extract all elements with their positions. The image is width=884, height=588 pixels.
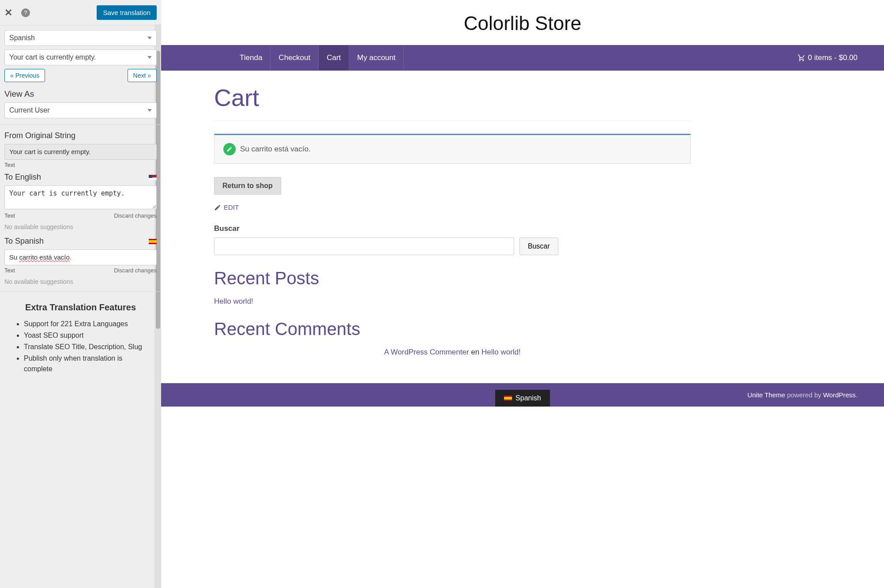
from-original-label-text: From Original String bbox=[4, 131, 75, 140]
cart-icon bbox=[797, 54, 805, 62]
string-nav-row: « Previous Next » bbox=[4, 69, 157, 82]
language-switcher-label: Spanish bbox=[515, 394, 541, 402]
footer-platform-link[interactable]: WordPress bbox=[823, 391, 856, 399]
page-content: Cart Su carrito está vacío. Return to sh… bbox=[161, 71, 717, 383]
close-button[interactable]: ✕ bbox=[4, 7, 12, 19]
translation-sidebar: ✕ ? Save translation Spanish Your cart i… bbox=[0, 0, 161, 588]
help-button[interactable]: ? bbox=[21, 8, 30, 17]
string-select[interactable]: Your cart is currently empty. bbox=[4, 49, 157, 65]
cart-empty-notice: Su carrito está vacío. bbox=[214, 134, 691, 164]
from-original-textarea: Your cart is currently empty. bbox=[4, 144, 157, 160]
text-type-label: Text bbox=[4, 267, 15, 274]
recent-post-link[interactable]: Hello world! bbox=[214, 297, 691, 306]
es-flag-icon bbox=[149, 239, 157, 244]
features-title: Extra Translation Features bbox=[13, 302, 148, 313]
comment-post-link[interactable]: Hello world! bbox=[481, 348, 521, 356]
nav-menu: Tienda Checkout Cart My account bbox=[232, 45, 404, 70]
no-suggestions-english: No available suggestions bbox=[4, 223, 157, 230]
title-divider bbox=[214, 120, 691, 121]
language-select[interactable]: Spanish bbox=[4, 30, 157, 46]
nav-item-myaccount[interactable]: My account bbox=[349, 45, 404, 70]
to-spanish-label: To Spanish bbox=[4, 237, 157, 246]
extra-features-section: Extra Translation Features Support for 2… bbox=[4, 298, 157, 380]
site-preview: Colorlib Store Tienda Checkout Cart My a… bbox=[161, 0, 884, 588]
language-switcher[interactable]: Spanish bbox=[495, 390, 550, 407]
cart-empty-text: Su carrito está vacío. bbox=[240, 145, 311, 154]
search-label: Buscar bbox=[214, 224, 691, 233]
text-type-label: Text bbox=[4, 212, 15, 219]
site-title[interactable]: Colorlib Store bbox=[161, 12, 884, 34]
caret-down-icon bbox=[147, 56, 152, 59]
search-row: Buscar bbox=[214, 237, 691, 255]
recent-comment-line: A WordPress Commenter en Hello world! bbox=[214, 348, 691, 357]
nav-item-tienda[interactable]: Tienda bbox=[232, 45, 271, 70]
nav-item-cart[interactable]: Cart bbox=[319, 45, 349, 70]
edit-page-link[interactable]: EDIT bbox=[214, 204, 691, 211]
to-spanish-label-text: To Spanish bbox=[4, 237, 44, 246]
caret-down-icon bbox=[147, 37, 152, 39]
discard-english-link[interactable]: Discard changes bbox=[114, 212, 157, 219]
feature-item: Yoast SEO support bbox=[24, 330, 148, 341]
pencil-icon bbox=[226, 146, 233, 152]
sidebar-body: Spanish Your cart is currently empty. « … bbox=[0, 26, 161, 588]
caret-down-icon bbox=[147, 109, 152, 112]
main-nav: Tienda Checkout Cart My account 0 items … bbox=[161, 45, 884, 71]
comment-on-text: en bbox=[469, 348, 481, 356]
save-translation-button[interactable]: Save translation bbox=[97, 5, 157, 20]
cart-summary-text: 0 items - $0.00 bbox=[808, 53, 858, 62]
divider bbox=[0, 124, 161, 125]
site-footer: Unite Theme powered by WordPress. Spanis… bbox=[161, 383, 884, 407]
features-list: Support for 221 Extra Languages Yoast SE… bbox=[13, 319, 148, 374]
text-type-label: Text bbox=[4, 162, 15, 168]
from-original-label: From Original String bbox=[4, 131, 157, 140]
cart-summary-link[interactable]: 0 items - $0.00 bbox=[797, 53, 858, 62]
view-as-label: View As bbox=[4, 89, 157, 99]
us-flag-icon bbox=[149, 175, 157, 180]
language-select-value: Spanish bbox=[9, 34, 35, 41]
footer-theme-link[interactable]: Unite Theme bbox=[747, 391, 785, 399]
nav-item-checkout[interactable]: Checkout bbox=[271, 45, 319, 70]
previous-string-button[interactable]: « Previous bbox=[4, 69, 45, 82]
divider bbox=[0, 291, 161, 292]
feature-item: Publish only when translation is complet… bbox=[24, 353, 148, 374]
es-flag-icon bbox=[504, 396, 512, 401]
no-suggestions-spanish: No available suggestions bbox=[4, 278, 157, 285]
sidebar-header: ✕ ? Save translation bbox=[0, 0, 161, 26]
recent-posts-title: Recent Posts bbox=[214, 268, 691, 288]
string-select-value: Your cart is currently empty. bbox=[9, 53, 96, 61]
edit-icon bbox=[214, 204, 221, 211]
feature-item: Support for 221 Extra Languages bbox=[24, 319, 148, 329]
to-english-label-text: To English bbox=[4, 173, 41, 182]
search-input[interactable] bbox=[214, 237, 514, 255]
return-to-shop-button[interactable]: Return to shop bbox=[214, 177, 281, 195]
edit-translation-badge[interactable] bbox=[223, 143, 236, 155]
to-spanish-textarea[interactable]: Su carrito está vacío. bbox=[4, 249, 157, 265]
discard-spanish-link[interactable]: Discard changes bbox=[114, 267, 157, 274]
comment-author-link[interactable]: A WordPress Commenter bbox=[384, 348, 469, 356]
to-english-textarea[interactable] bbox=[4, 185, 157, 209]
to-english-label: To English bbox=[4, 173, 157, 182]
recent-comments-title: Recent Comments bbox=[214, 319, 691, 339]
feature-item: Translate SEO Title, Description, Slug bbox=[24, 342, 148, 352]
view-as-value: Current User bbox=[9, 106, 50, 114]
next-string-button[interactable]: Next » bbox=[128, 69, 157, 82]
page-title: Cart bbox=[214, 84, 691, 111]
edit-link-text: EDIT bbox=[224, 204, 239, 211]
site-header: Colorlib Store bbox=[161, 0, 884, 45]
search-button[interactable]: Buscar bbox=[519, 237, 558, 255]
footer-powered-text: powered by bbox=[785, 391, 823, 399]
view-as-select[interactable]: Current User bbox=[4, 102, 157, 118]
